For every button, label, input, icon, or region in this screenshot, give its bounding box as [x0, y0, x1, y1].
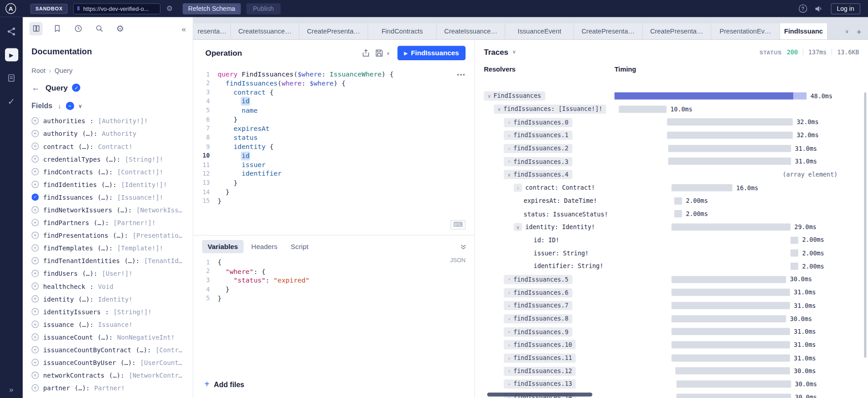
expander-icon[interactable]: ›	[508, 303, 511, 308]
trace-row[interactable]: ›findIssuances.1230.0ms	[475, 364, 868, 378]
traces-dropdown[interactable]: Traces ∨	[484, 48, 516, 57]
share-icon[interactable]	[362, 49, 370, 57]
login-button[interactable]: Log in	[831, 3, 860, 14]
expander-icon[interactable]: ›	[508, 355, 511, 361]
field-row-findNetworkIssuers[interactable]: +findNetworkIssuers(…): [NetworkIss…	[32, 203, 184, 216]
trace-row[interactable]: expiresAt: DateTime!2.00ms	[475, 194, 868, 207]
variables-editor[interactable]: JSON 1{2 "where": {3 "status": "expired"…	[193, 255, 474, 379]
trace-row[interactable]: status: IssuanceStatus!2.00ms	[475, 207, 868, 221]
resolver-pill[interactable]: ›findIssuances.13	[504, 379, 576, 389]
field-row-credentialTypes[interactable]: +credentialTypes(…): [String!]!	[32, 153, 184, 165]
run-operation-button[interactable]: ▶ FindIssuances	[398, 46, 466, 60]
resolver-pill[interactable]: ›findIssuances.11	[504, 354, 576, 363]
add-field-icon[interactable]: +	[32, 181, 39, 188]
trace-row[interactable]: issuer: String!2.00ms	[475, 247, 868, 260]
field-row-networkContracts[interactable]: +networkContracts(…): [NetworkContr…	[32, 369, 184, 382]
expander-icon[interactable]: ∨	[514, 223, 522, 231]
field-row-issuanceCountByContract[interactable]: +issuanceCountByContract(…): [Contr…	[32, 343, 184, 356]
field-row-findContracts[interactable]: +findContracts(…): [Contract!]!	[32, 165, 184, 178]
documentation-icon[interactable]	[29, 22, 43, 35]
expander-icon[interactable]: ›	[508, 316, 511, 321]
expander-icon[interactable]: ›	[508, 369, 511, 374]
add-field-icon[interactable]: +	[32, 117, 39, 125]
expander-icon[interactable]: ∨	[498, 106, 501, 112]
expander-icon[interactable]: ›	[508, 146, 511, 151]
add-field-icon[interactable]: +	[32, 308, 39, 315]
trace-row[interactable]: ›findIssuances.1131.0ms	[475, 351, 868, 364]
add-field-icon[interactable]: +	[32, 143, 39, 150]
save-menu-chevron-icon[interactable]: ∨	[387, 51, 390, 56]
trace-row[interactable]: ›contract: Contract!16.0ms	[475, 181, 868, 194]
trace-row[interactable]: ›findIssuances.331.0ms	[475, 155, 868, 168]
collapse-panel-icon[interactable]: «	[182, 24, 186, 33]
save-icon[interactable]	[375, 49, 383, 57]
horizontal-scrollbar[interactable]	[487, 393, 592, 397]
trace-row[interactable]: ›findIssuances.731.0ms	[475, 299, 868, 312]
field-row-findIssuances[interactable]: ✓findIssuances(…): [Issuance!]!	[32, 191, 184, 203]
field-row-findIdentities[interactable]: +findIdentities(…): [Identity!]!	[32, 178, 184, 191]
tab-script[interactable]: Script	[285, 240, 314, 253]
vertical-scrollbar[interactable]	[864, 92, 866, 358]
trace-row[interactable]: identifier: String!2.00ms	[475, 260, 868, 273]
trace-row[interactable]: ›findIssuances.032.0ms	[475, 116, 868, 129]
field-row-findTemplates[interactable]: +findTemplates(…): [Template!]!	[32, 242, 184, 254]
resolver-pill[interactable]: ∨findIssuances: [Issuance!]!	[494, 105, 606, 114]
add-field-icon[interactable]: +	[32, 155, 39, 163]
new-tab-icon[interactable]: +	[857, 27, 862, 36]
operation-menu-icon[interactable]: •••	[457, 71, 466, 78]
resolver-pill[interactable]: ›findIssuances.2	[504, 144, 572, 153]
tab-overflow-icon[interactable]: ∨	[845, 29, 849, 34]
trace-row[interactable]: ∨identity: Identity!29.0ms	[475, 221, 868, 234]
expander-icon[interactable]: ∨	[488, 93, 491, 99]
add-field-icon[interactable]: +	[32, 257, 39, 264]
add-field-icon[interactable]: +	[32, 283, 39, 290]
trace-row[interactable]: ›findIssuances.931.0ms	[475, 326, 868, 339]
keyboard-shortcuts-icon[interactable]: ⌨	[451, 220, 466, 230]
trace-row[interactable]: ∨FindIssuances48.0ms	[475, 90, 868, 103]
megaphone-icon[interactable]	[815, 5, 823, 12]
tab-5[interactable]: IssuanceEvent	[505, 23, 574, 39]
add-field-icon[interactable]: +	[32, 168, 39, 175]
field-row-findPartners[interactable]: +findPartners(…): [Partner!]!	[32, 216, 184, 229]
search-icon[interactable]	[92, 22, 106, 35]
add-field-icon[interactable]: +	[32, 270, 39, 277]
add-field-icon[interactable]: +	[32, 384, 39, 392]
tab-headers[interactable]: Headers	[246, 240, 283, 253]
endpoint-url-input[interactable]: ‖ https://vo-dev-verified-o...	[73, 3, 160, 14]
trace-row[interactable]: ›findIssuances.530.0ms	[475, 273, 868, 286]
tab-0[interactable]: resenta…	[193, 23, 231, 39]
tab-6[interactable]: CreatePresenta…	[574, 23, 642, 39]
chevron-down-icon[interactable]: ∨	[78, 103, 82, 109]
explorer-icon[interactable]: ▶	[5, 48, 18, 61]
add-files-button[interactable]: + Add files	[193, 379, 474, 398]
breadcrumb-root[interactable]: Root	[32, 67, 46, 75]
add-field-icon[interactable]: +	[32, 346, 39, 354]
tab-7[interactable]: CreatePresenta…	[643, 23, 711, 39]
field-row-issuanceCountByUser[interactable]: +issuanceCountByUser(…): [UserCount…	[32, 356, 184, 369]
add-field-icon[interactable]: +	[32, 372, 39, 379]
settings-icon[interactable]: ⚙	[113, 22, 126, 35]
resolver-pill[interactable]: ›findIssuances.6	[504, 288, 572, 297]
add-field-icon[interactable]: +	[32, 245, 39, 252]
expander-icon[interactable]: ∨	[508, 172, 511, 177]
tab-variables[interactable]: Variables	[202, 240, 243, 253]
field-row-authorities[interactable]: +authorities: [Authority!]!	[32, 115, 184, 127]
expander-icon[interactable]: ›	[508, 342, 511, 348]
field-row-healthcheck[interactable]: +healthcheck: Void	[32, 280, 184, 293]
field-row-identity[interactable]: +identity(…): Identity!	[32, 293, 184, 305]
trace-row[interactable]: ›findIssuances.631.0ms	[475, 286, 868, 299]
checklist-icon[interactable]	[5, 72, 18, 85]
publish-button[interactable]: Publish	[246, 3, 280, 14]
field-row-issuance[interactable]: +issuance(…): Issuance!	[32, 318, 184, 331]
add-field-icon[interactable]: +	[32, 359, 39, 366]
field-row-findPresentations[interactable]: +findPresentations(…): [Presentatio…	[32, 229, 184, 242]
resolver-pill[interactable]: ›findIssuances.0	[504, 118, 572, 127]
expander-icon[interactable]: ›	[508, 290, 511, 295]
refetch-schema-button[interactable]: Refetch Schema	[183, 3, 241, 14]
field-row-contract[interactable]: +contract(…): Contract!	[32, 140, 184, 153]
back-icon[interactable]: ←	[32, 83, 40, 92]
resolver-pill[interactable]: ∨findIssuances.4	[504, 170, 572, 180]
add-field-icon[interactable]: +	[32, 130, 39, 137]
expander-icon[interactable]: ›	[514, 184, 522, 192]
resolver-pill[interactable]: ›findIssuances.5	[504, 275, 572, 284]
